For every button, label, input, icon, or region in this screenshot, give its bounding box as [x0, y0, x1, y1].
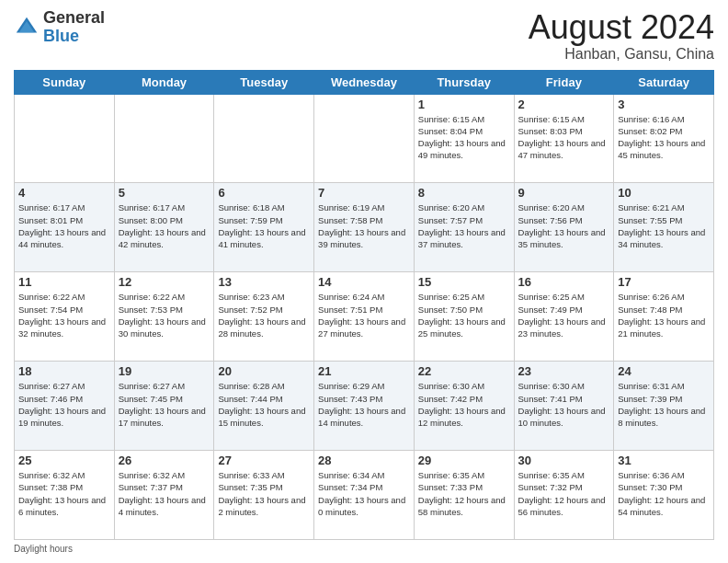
week-row-3: 11Sunrise: 6:22 AM Sunset: 7:54 PM Dayli…	[15, 272, 714, 362]
day-cell: 13Sunrise: 6:23 AM Sunset: 7:52 PM Dayli…	[214, 272, 314, 362]
day-cell: 7Sunrise: 6:19 AM Sunset: 7:58 PM Daylig…	[314, 183, 415, 272]
day-number: 20	[218, 364, 310, 378]
day-number: 12	[119, 275, 210, 289]
week-row-1: 1Sunrise: 6:15 AM Sunset: 8:04 PM Daylig…	[15, 94, 714, 183]
weekday-friday: Friday	[514, 70, 614, 94]
title-block: August 2024 Hanban, Gansu, China	[529, 9, 714, 63]
day-info: Sunrise: 6:32 AM Sunset: 7:37 PM Dayligh…	[119, 469, 210, 518]
day-cell: 25Sunrise: 6:32 AM Sunset: 7:38 PM Dayli…	[15, 451, 115, 540]
day-cell	[314, 94, 415, 183]
weekday-saturday: Saturday	[614, 70, 714, 94]
logo-blue: Blue	[43, 27, 79, 45]
day-cell: 20Sunrise: 6:28 AM Sunset: 7:44 PM Dayli…	[214, 362, 314, 451]
day-cell: 26Sunrise: 6:32 AM Sunset: 7:37 PM Dayli…	[114, 451, 214, 540]
day-number: 1	[418, 98, 510, 111]
day-cell: 31Sunrise: 6:36 AM Sunset: 7:30 PM Dayli…	[614, 451, 714, 540]
day-info: Sunrise: 6:27 AM Sunset: 7:46 PM Dayligh…	[18, 380, 110, 429]
daylight-hours-label: Daylight hours	[14, 544, 73, 554]
day-info: Sunrise: 6:16 AM Sunset: 8:02 PM Dayligh…	[618, 113, 710, 162]
day-number: 10	[618, 186, 710, 200]
day-cell: 6Sunrise: 6:18 AM Sunset: 7:59 PM Daylig…	[214, 183, 314, 272]
day-number: 26	[119, 454, 210, 467]
day-info: Sunrise: 6:15 AM Sunset: 8:03 PM Dayligh…	[518, 113, 610, 162]
day-info: Sunrise: 6:24 AM Sunset: 7:51 PM Dayligh…	[318, 291, 410, 339]
day-number: 15	[418, 275, 510, 289]
day-info: Sunrise: 6:18 AM Sunset: 7:59 PM Dayligh…	[218, 201, 310, 250]
day-number: 7	[318, 186, 410, 200]
day-info: Sunrise: 6:29 AM Sunset: 7:43 PM Dayligh…	[318, 380, 410, 429]
day-number: 31	[618, 454, 710, 467]
logo-general: General	[43, 8, 105, 27]
day-cell: 9Sunrise: 6:20 AM Sunset: 7:56 PM Daylig…	[514, 183, 614, 272]
day-info: Sunrise: 6:19 AM Sunset: 7:58 PM Dayligh…	[318, 201, 410, 250]
day-cell: 28Sunrise: 6:34 AM Sunset: 7:34 PM Dayli…	[314, 451, 415, 540]
day-number: 27	[218, 454, 310, 467]
weekday-header-row: SundayMondayTuesdayWednesdayThursdayFrid…	[15, 70, 714, 94]
day-info: Sunrise: 6:21 AM Sunset: 7:55 PM Dayligh…	[618, 201, 710, 250]
day-cell: 4Sunrise: 6:17 AM Sunset: 8:01 PM Daylig…	[15, 183, 115, 272]
day-info: Sunrise: 6:34 AM Sunset: 7:34 PM Dayligh…	[318, 469, 410, 518]
week-row-2: 4Sunrise: 6:17 AM Sunset: 8:01 PM Daylig…	[15, 183, 714, 272]
day-info: Sunrise: 6:32 AM Sunset: 7:38 PM Dayligh…	[18, 469, 110, 518]
day-cell: 16Sunrise: 6:25 AM Sunset: 7:49 PM Dayli…	[514, 272, 614, 362]
day-cell: 2Sunrise: 6:15 AM Sunset: 8:03 PM Daylig…	[514, 94, 614, 183]
day-info: Sunrise: 6:25 AM Sunset: 7:49 PM Dayligh…	[518, 291, 610, 339]
day-cell: 27Sunrise: 6:33 AM Sunset: 7:35 PM Dayli…	[214, 451, 314, 540]
day-number: 30	[518, 454, 610, 467]
day-info: Sunrise: 6:26 AM Sunset: 7:48 PM Dayligh…	[618, 291, 710, 339]
day-cell: 1Sunrise: 6:15 AM Sunset: 8:04 PM Daylig…	[414, 94, 514, 183]
day-number: 19	[119, 364, 210, 378]
day-info: Sunrise: 6:22 AM Sunset: 7:54 PM Dayligh…	[18, 291, 110, 339]
day-info: Sunrise: 6:15 AM Sunset: 8:04 PM Dayligh…	[418, 113, 510, 162]
day-number: 9	[518, 186, 610, 200]
day-cell: 11Sunrise: 6:22 AM Sunset: 7:54 PM Dayli…	[15, 272, 115, 362]
day-number: 28	[318, 454, 410, 467]
page: General Blue August 2024 Hanban, Gansu, …	[0, 0, 728, 563]
day-info: Sunrise: 6:20 AM Sunset: 7:56 PM Dayligh…	[518, 201, 610, 250]
day-number: 11	[18, 275, 110, 289]
month-title: August 2024	[529, 9, 714, 46]
day-number: 24	[618, 364, 710, 378]
day-cell: 17Sunrise: 6:26 AM Sunset: 7:48 PM Dayli…	[614, 272, 714, 362]
day-info: Sunrise: 6:20 AM Sunset: 7:57 PM Dayligh…	[418, 201, 510, 250]
day-info: Sunrise: 6:23 AM Sunset: 7:52 PM Dayligh…	[218, 291, 310, 339]
day-cell: 30Sunrise: 6:35 AM Sunset: 7:32 PM Dayli…	[514, 451, 614, 540]
day-info: Sunrise: 6:36 AM Sunset: 7:30 PM Dayligh…	[618, 469, 710, 518]
day-number: 6	[218, 186, 310, 200]
week-row-4: 18Sunrise: 6:27 AM Sunset: 7:46 PM Dayli…	[15, 362, 714, 451]
day-info: Sunrise: 6:30 AM Sunset: 7:41 PM Dayligh…	[518, 380, 610, 429]
day-info: Sunrise: 6:31 AM Sunset: 7:39 PM Dayligh…	[618, 380, 710, 429]
day-number: 18	[18, 364, 110, 378]
day-cell	[214, 94, 314, 183]
day-number: 13	[218, 275, 310, 289]
day-cell: 29Sunrise: 6:35 AM Sunset: 7:33 PM Dayli…	[414, 451, 514, 540]
weekday-sunday: Sunday	[15, 70, 115, 94]
day-info: Sunrise: 6:33 AM Sunset: 7:35 PM Dayligh…	[218, 469, 310, 518]
day-cell: 5Sunrise: 6:17 AM Sunset: 8:00 PM Daylig…	[114, 183, 214, 272]
day-cell: 3Sunrise: 6:16 AM Sunset: 8:02 PM Daylig…	[614, 94, 714, 183]
day-number: 16	[518, 275, 610, 289]
logo: General Blue	[14, 9, 105, 46]
day-number: 4	[18, 186, 110, 200]
weekday-thursday: Thursday	[414, 70, 514, 94]
day-number: 14	[318, 275, 410, 289]
day-number: 5	[119, 186, 210, 200]
footer-note: Daylight hours	[14, 544, 714, 554]
location: Hanban, Gansu, China	[529, 46, 714, 63]
day-info: Sunrise: 6:30 AM Sunset: 7:42 PM Dayligh…	[418, 380, 510, 429]
header: General Blue August 2024 Hanban, Gansu, …	[14, 9, 714, 63]
logo-icon	[14, 15, 40, 40]
day-info: Sunrise: 6:17 AM Sunset: 8:00 PM Dayligh…	[119, 201, 210, 250]
day-cell: 15Sunrise: 6:25 AM Sunset: 7:50 PM Dayli…	[414, 272, 514, 362]
day-cell	[114, 94, 214, 183]
day-info: Sunrise: 6:35 AM Sunset: 7:32 PM Dayligh…	[518, 469, 610, 518]
logo-text: General Blue	[43, 9, 105, 46]
day-cell	[15, 94, 115, 183]
calendar: SundayMondayTuesdayWednesdayThursdayFrid…	[14, 70, 714, 540]
day-cell: 19Sunrise: 6:27 AM Sunset: 7:45 PM Dayli…	[114, 362, 214, 451]
day-info: Sunrise: 6:27 AM Sunset: 7:45 PM Dayligh…	[119, 380, 210, 429]
day-info: Sunrise: 6:25 AM Sunset: 7:50 PM Dayligh…	[418, 291, 510, 339]
day-cell: 21Sunrise: 6:29 AM Sunset: 7:43 PM Dayli…	[314, 362, 415, 451]
day-cell: 24Sunrise: 6:31 AM Sunset: 7:39 PM Dayli…	[614, 362, 714, 451]
day-cell: 18Sunrise: 6:27 AM Sunset: 7:46 PM Dayli…	[15, 362, 115, 451]
